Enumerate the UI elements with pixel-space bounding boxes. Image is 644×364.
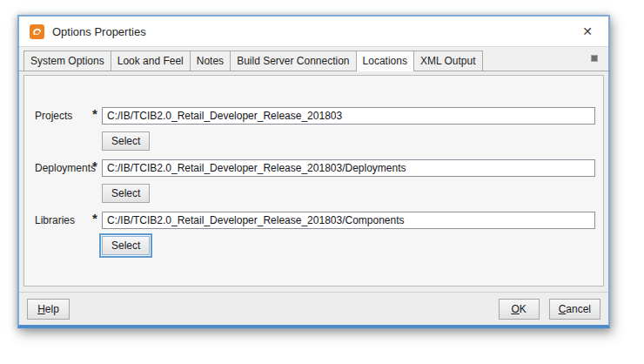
deployments-select-button[interactable]: Select	[102, 184, 150, 203]
deployments-label: Deployments	[35, 159, 89, 177]
libraries-path-input[interactable]	[102, 212, 595, 229]
tab-strip: System Options Look and Feel Notes Build…	[19, 46, 608, 71]
tab-content-area: Projects * Select Deployments * Select L…	[19, 71, 608, 292]
dialog-title: Options Properties	[52, 25, 146, 38]
libraries-label: Libraries	[35, 212, 89, 229]
tab-build-server-connection[interactable]: Build Server Connection	[230, 51, 356, 71]
libraries-required-marker: *	[92, 211, 97, 226]
tab-collapse-icon[interactable]	[591, 55, 598, 62]
projects-path-input[interactable]	[102, 107, 595, 125]
footer-bar: Help OK Cancel	[19, 292, 608, 325]
tab-xml-output[interactable]: XML Output	[413, 51, 483, 71]
app-logo-icon	[30, 24, 44, 39]
tab-notes[interactable]: Notes	[190, 51, 231, 71]
cancel-button[interactable]: Cancel	[549, 299, 600, 320]
projects-required-marker: *	[92, 106, 97, 122]
options-properties-dialog: Options Properties ✕ System Options Look…	[17, 15, 610, 328]
close-icon[interactable]: ✕	[579, 24, 596, 39]
screenshot-stage: Options Properties ✕ System Options Look…	[0, 0, 644, 364]
projects-label: Projects	[35, 107, 89, 125]
libraries-select-button[interactable]: Select	[102, 236, 150, 255]
deployments-path-input[interactable]	[102, 159, 595, 177]
projects-select-button[interactable]: Select	[102, 131, 150, 151]
ok-button[interactable]: OK	[499, 299, 540, 320]
deployments-required-marker: *	[92, 158, 97, 174]
tab-locations[interactable]: Locations	[356, 51, 414, 71]
footer-actions: OK Cancel	[499, 299, 600, 320]
title-bar: Options Properties ✕	[19, 17, 608, 46]
locations-panel: Projects * Select Deployments * Select L…	[23, 75, 604, 286]
tab-system-options[interactable]: System Options	[23, 51, 111, 71]
tab-look-and-feel[interactable]: Look and Feel	[111, 51, 191, 71]
help-button[interactable]: Help	[27, 299, 70, 320]
